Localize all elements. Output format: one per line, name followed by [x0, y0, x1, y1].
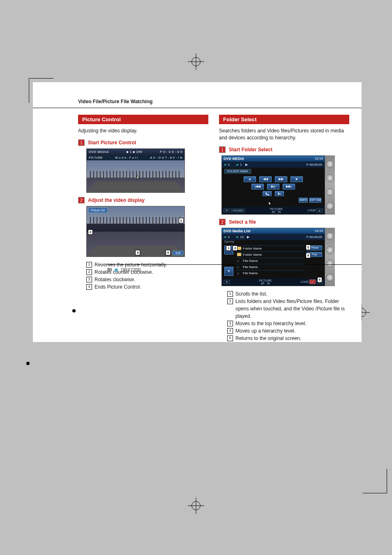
status-time: P 00:00:05	[306, 235, 322, 239]
callout-4: 4	[306, 253, 311, 258]
callout-2: 2	[233, 245, 238, 251]
loud-label: LOUD	[308, 209, 316, 212]
nav-up-icon[interactable]: ▲	[316, 208, 323, 213]
osd-mode: M o d e : F u l l	[115, 156, 138, 159]
page-footer: 30 DNX7200	[107, 267, 362, 272]
legend-text: Moves to the top hierarchy level.	[235, 320, 307, 327]
callout-3: 3	[135, 250, 140, 255]
step-label-2: Select a file	[229, 219, 256, 225]
folder-select-intro: Searches folders and Video files/Picture…	[219, 127, 349, 141]
legend-num: 3	[227, 321, 233, 326]
side-knob-4[interactable]	[326, 274, 334, 281]
device-side-controls	[325, 155, 335, 215]
folder-chip[interactable]: FOLDER	[231, 208, 245, 213]
status-a: 2	[228, 235, 230, 239]
nav-down-icon[interactable]: ▼	[224, 280, 230, 284]
legend-text: Returns to the original screen.	[235, 335, 301, 342]
step-number-1: 1	[78, 139, 85, 146]
legend-num: 4	[227, 328, 233, 334]
step-1: 1 Start Picture Control	[78, 139, 208, 146]
legend-num: 2	[227, 298, 233, 304]
control-buttons: ▲ ◀◀ ▶▶ ■ |◀◀ ▶|| ▶▶| ▮▂ ▮▴	[222, 175, 325, 207]
picture-label: PICTURE	[259, 279, 272, 282]
legend-num: 1	[227, 291, 233, 297]
eject-button[interactable]: ▲	[244, 176, 256, 182]
legend-text: Rotates clockwise.	[95, 276, 135, 283]
prev-track-button[interactable]: |◀◀	[251, 184, 264, 190]
osd-title: DVD MEDIA	[89, 150, 109, 154]
folder-down-button[interactable]: ▮▂	[263, 191, 272, 196]
osd-sub-bar: PICTURE M o d e : F u l l A V - O U T : …	[87, 155, 184, 160]
device-side-controls	[325, 228, 335, 286]
callout-1: 1	[226, 245, 231, 251]
rewind-button[interactable]: ◀◀	[259, 176, 272, 182]
side-knob-2[interactable]	[326, 174, 334, 182]
folder-up-button[interactable]: ▮▴	[275, 191, 284, 196]
osd-picture-label: PICTURE	[89, 156, 103, 159]
nav-down-icon[interactable]: ▼	[224, 208, 230, 213]
side-knob-2[interactable]	[326, 246, 334, 254]
side-knob-4[interactable]	[326, 202, 334, 210]
device-status: ■2 ■13 ▶ P 00:00:05	[222, 234, 325, 240]
status-b: 1	[240, 163, 242, 166]
file-list: ▲ ▼ Folder NameFolder NameFile NameFile …	[222, 244, 325, 278]
folder-name-label[interactable]: FOLDER NAME	[224, 169, 251, 173]
osd-avout: A V - O U T : A V - I N	[150, 156, 182, 159]
play-pause-button[interactable]: ▶||	[267, 184, 279, 190]
page: Video File/Picture File Watching Picture…	[33, 82, 362, 342]
list-item[interactable]: Folder Name	[236, 252, 304, 257]
right-column: Folder Select Searches folders and Video…	[219, 115, 349, 342]
callout-5: 5	[317, 277, 322, 282]
osd-top-bar: DVD MEDIA ■ 1 ■ 255 P 0 : 0 0 : 0 0	[87, 149, 184, 155]
device-title: DVD Media List	[224, 229, 251, 233]
picture-label: PICTURE	[270, 208, 283, 210]
bullet-dot	[72, 309, 76, 312]
exit-button[interactable]: Exit	[173, 251, 183, 255]
section-title-picture-control: Picture Control	[78, 115, 208, 124]
screenshot-select-file: DVD Media List 10:10 ■2 ■13 ▶ P 00:00:05…	[221, 228, 335, 286]
legend-text: Moves up a hierarchy level.	[235, 327, 295, 335]
page-number: 30	[107, 267, 112, 272]
screenshot-adjust-video: Picture Ctrl 2 1 3 4 Exit	[86, 206, 185, 257]
loud-label: LOUD	[301, 280, 309, 283]
callout-2: 2	[88, 229, 93, 235]
clock: 10:10	[315, 157, 323, 160]
video-preview	[87, 160, 184, 192]
step-number-2: 2	[219, 219, 226, 225]
section-title-folder-select: Folder Select	[219, 115, 349, 124]
callout-4: 4	[166, 250, 171, 255]
af-label: AF	[272, 210, 276, 213]
legend-text: Scrolls the list.	[235, 290, 267, 298]
extsw-button[interactable]: EXT SW	[309, 198, 321, 203]
bottom-strip: ▼ PICTURE AF IN LOUD ↩ ▲	[222, 278, 325, 286]
dymmy-label: Dymmy	[222, 240, 325, 244]
legend-num: 1	[86, 262, 92, 268]
bullet-dot	[26, 362, 30, 365]
list-item[interactable]: File Name	[236, 258, 304, 264]
side-knob-3[interactable]	[326, 188, 334, 196]
crop-mark-bottom-right	[362, 469, 387, 493]
status-time: P 00:00:05	[306, 163, 322, 166]
back-button[interactable]: ↩	[309, 280, 316, 284]
legend-right: 1Scrolls the list. 2Lists folders and Vi…	[219, 290, 349, 342]
legend-text: Lists folders and Video files/Picture fi…	[235, 298, 349, 320]
step-label-1: Start Picture Control	[88, 140, 136, 146]
video-preview-2: Picture Ctrl 2 1 3 4 Exit	[87, 206, 184, 257]
legend-num: 3	[86, 277, 92, 282]
step-label-2: Adjust the video display	[88, 197, 145, 203]
next-track-button[interactable]: ▶▶|	[283, 184, 295, 190]
picture-ctrl-tab[interactable]: Picture Ctrl	[88, 208, 108, 213]
list-item[interactable]: Folder Name	[236, 245, 304, 251]
osd-meta-left: ■ 1 ■ 255	[127, 150, 143, 154]
registration-mark-bottom	[188, 497, 204, 514]
info-button[interactable]: INFO	[299, 198, 308, 203]
callout-3: 3	[306, 245, 311, 250]
screenshot-start-picture-control: DVD MEDIA ■ 1 ■ 255 P 0 : 0 0 : 0 0 PICT…	[86, 148, 185, 193]
in-label: IN	[278, 210, 281, 213]
forward-button[interactable]: ▶▶	[275, 176, 287, 182]
step-label-1: Start Folder Select	[229, 147, 272, 153]
step-number-1: 1	[219, 146, 226, 153]
side-knob-1[interactable]	[326, 232, 334, 240]
stop-button[interactable]: ■	[291, 176, 303, 182]
side-knob-1[interactable]	[326, 160, 334, 168]
